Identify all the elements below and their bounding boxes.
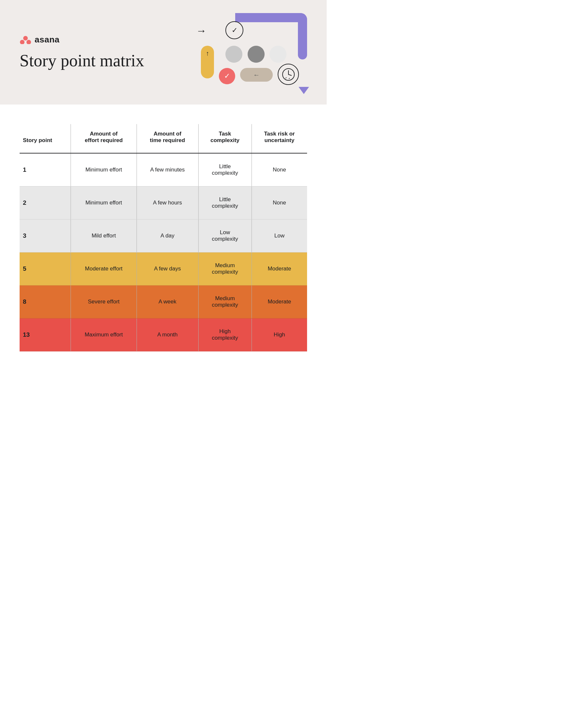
logo: asana — [20, 35, 144, 45]
table-row: 3Mild effortA dayLowcomplexityLow — [20, 219, 307, 253]
cell-complexity: Highcomplexity — [198, 319, 252, 351]
cell-effort: Minimum effort — [71, 187, 136, 219]
cell-complexity: Lowcomplexity — [198, 219, 252, 253]
table-row: 5Moderate effortA few daysMediumcomplexi… — [20, 253, 307, 285]
cell-time: A few hours — [136, 187, 198, 219]
cell-effort: Mild effort — [71, 219, 136, 253]
cell-story_point: 2 — [20, 187, 71, 219]
story-point-matrix-table: Story point Amount ofeffort required Amo… — [20, 124, 307, 351]
col-header-complexity: Taskcomplexity — [198, 124, 252, 153]
cell-risk: None — [252, 153, 307, 187]
cell-complexity: Littlecomplexity — [198, 153, 252, 187]
arrow-right-icon: → — [196, 25, 207, 37]
cell-risk: High — [252, 319, 307, 351]
cell-story_point: 5 — [20, 253, 71, 285]
cell-risk: None — [252, 187, 307, 219]
col-header-risk: Task risk oruncertainty — [252, 124, 307, 153]
table-row: 2Minimum effortA few hoursLittlecomplexi… — [20, 187, 307, 219]
cell-story_point: 1 — [20, 153, 71, 187]
header-illustration: → ✓ ↑ ✓ ← — [183, 13, 307, 91]
gold-pill: ↑ — [201, 46, 214, 79]
svg-line-6 — [286, 78, 287, 79]
cell-story_point: 13 — [20, 319, 71, 351]
svg-point-2 — [26, 40, 31, 44]
header-section: asana Story point matrix → ✓ ↑ ✓ ← — [0, 0, 327, 105]
main-content: Story point Amount ofeffort required Amo… — [0, 105, 327, 371]
stone-pill-left-arrow: ← — [240, 68, 273, 82]
svg-line-5 — [289, 74, 291, 75]
circle-check-icon: ✓ — [225, 21, 244, 39]
purple-path-horizontal — [235, 13, 307, 49]
table-row: 8Severe effortA weekMediumcomplexityMode… — [20, 285, 307, 319]
cell-complexity: Mediumcomplexity — [198, 253, 252, 285]
gray-circle-dark — [248, 46, 265, 63]
cell-risk: Moderate — [252, 285, 307, 319]
purple-path-arrow — [299, 87, 309, 94]
cell-effort: Severe effort — [71, 285, 136, 319]
header-left: asana Story point matrix — [20, 35, 144, 70]
gray-circle-white — [270, 46, 287, 63]
svg-point-1 — [20, 40, 24, 44]
logo-text: asana — [35, 35, 60, 45]
svg-line-7 — [289, 78, 290, 79]
col-header-story-point: Story point — [20, 124, 71, 153]
cell-complexity: Littlecomplexity — [198, 187, 252, 219]
cell-time: A few minutes — [136, 153, 198, 187]
cell-effort: Moderate effort — [71, 253, 136, 285]
cell-complexity: Mediumcomplexity — [198, 285, 252, 319]
clock-icon — [278, 64, 299, 85]
cell-story_point: 3 — [20, 219, 71, 253]
cell-effort: Minimum effort — [71, 153, 136, 187]
asana-logo-icon — [20, 35, 31, 44]
cell-story_point: 8 — [20, 285, 71, 319]
cell-time: A day — [136, 219, 198, 253]
svg-point-0 — [23, 36, 28, 41]
page-title: Story point matrix — [20, 51, 144, 70]
cell-time: A few days — [136, 253, 198, 285]
gray-circle-light — [225, 46, 243, 63]
purple-path-vertical — [298, 40, 307, 60]
red-check-icon: ✓ — [219, 68, 235, 84]
col-header-time: Amount oftime required — [136, 124, 198, 153]
table-row: 1Minimum effortA few minutesLittlecomple… — [20, 153, 307, 187]
table-header-row: Story point Amount ofeffort required Amo… — [20, 124, 307, 153]
table-row: 13Maximum effortA monthHighcomplexityHig… — [20, 319, 307, 351]
cell-effort: Maximum effort — [71, 319, 136, 351]
cell-time: A month — [136, 319, 198, 351]
col-header-effort: Amount ofeffort required — [71, 124, 136, 153]
cell-time: A week — [136, 285, 198, 319]
cell-risk: Moderate — [252, 253, 307, 285]
cell-risk: Low — [252, 219, 307, 253]
